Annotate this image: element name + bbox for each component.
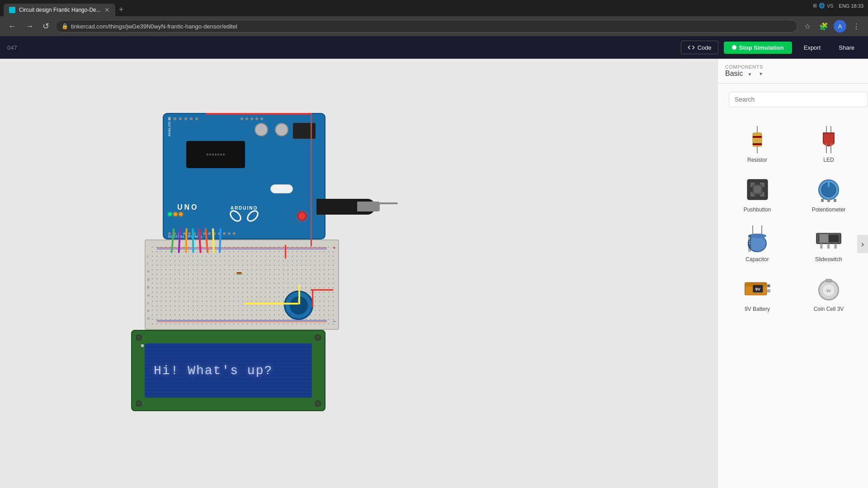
pin-a1 bbox=[190, 117, 193, 120]
component-slideswitch[interactable]: Slideswitch bbox=[793, 218, 864, 268]
svg-point-8 bbox=[823, 141, 834, 145]
led-tx bbox=[179, 212, 183, 216]
wire-yellow-horizontal bbox=[244, 303, 298, 305]
component-9v-battery[interactable]: 9V 9V Battery bbox=[722, 268, 793, 318]
resistor-icon bbox=[744, 126, 771, 153]
resistor-on-board bbox=[236, 272, 242, 275]
potentiometer-label: Potentiometer bbox=[812, 206, 846, 213]
component-resistor[interactable]: Resistor bbox=[722, 119, 793, 169]
svg-rect-2 bbox=[753, 136, 762, 138]
plus-label: + bbox=[333, 246, 335, 250]
svg-rect-49 bbox=[826, 279, 832, 282]
pin-a0 bbox=[195, 117, 198, 120]
lcd-mount-br bbox=[315, 400, 321, 407]
right-panel: Components Basic ▼ bbox=[717, 59, 868, 488]
coin-cell-icon: 3V bbox=[815, 275, 842, 302]
capacitor-label: Capacitor bbox=[745, 256, 769, 263]
led-on bbox=[168, 212, 172, 216]
svg-rect-35 bbox=[820, 244, 823, 249]
chip-pins-grid bbox=[205, 152, 226, 157]
svg-rect-37 bbox=[834, 244, 837, 249]
code-icon bbox=[688, 44, 695, 51]
wire-power-bb bbox=[285, 245, 286, 258]
taskbar-icon-chrome[interactable]: 🌐 bbox=[819, 3, 825, 9]
lcd-mount-tl bbox=[136, 334, 142, 341]
scroll-right-indicator[interactable]: › bbox=[857, 235, 868, 253]
share-button[interactable]: Share bbox=[832, 42, 861, 54]
sys-time: ENG 18:33 bbox=[839, 3, 863, 9]
toolbar-right: Code Stop Simulation Export Share bbox=[681, 41, 861, 54]
slideswitch-label: Slideswitch bbox=[815, 256, 842, 263]
svg-text:3V: 3V bbox=[826, 289, 831, 293]
refresh-button[interactable]: ↺ bbox=[40, 19, 52, 33]
wire-bb-red bbox=[312, 289, 313, 307]
svg-rect-43 bbox=[767, 289, 770, 292]
usb-metal-tip bbox=[357, 202, 380, 211]
pin-a4 bbox=[174, 117, 176, 120]
canvas-area[interactable]: ANALOG IN bbox=[0, 59, 717, 488]
svg-rect-44 bbox=[768, 285, 770, 287]
extension-icon[interactable]: 🧩 bbox=[817, 20, 830, 33]
status-leds bbox=[168, 212, 183, 216]
components-grid: Resistor bbox=[718, 115, 868, 321]
pin-reset bbox=[250, 117, 253, 120]
pin-11 bbox=[223, 232, 226, 235]
component-led[interactable]: LED bbox=[793, 119, 864, 169]
oscillator-1 bbox=[255, 123, 268, 136]
led-label: LED bbox=[823, 157, 834, 163]
wire-power-right-v bbox=[311, 113, 312, 246]
address-bar[interactable]: 🔒 tinkercad.com/things/jwGe39N0wyN-frant… bbox=[56, 20, 797, 33]
app-title: 047 bbox=[7, 44, 17, 51]
minus-label: − bbox=[333, 319, 335, 324]
component-pushbutton[interactable]: Pushbutton bbox=[722, 169, 793, 218]
code-label: Code bbox=[698, 44, 712, 51]
pushbutton-label: Pushbutton bbox=[744, 206, 771, 213]
dropdown-arrow-icon: ▼ bbox=[748, 72, 752, 77]
panel-header: Components Basic ▼ bbox=[718, 59, 868, 84]
stop-simulation-label: Stop Simulation bbox=[739, 44, 784, 51]
new-tab-button[interactable]: + bbox=[115, 3, 127, 16]
taskbar-icon-vs[interactable]: VS bbox=[827, 3, 834, 9]
export-button[interactable]: Export bbox=[797, 42, 827, 54]
battery-9v-icon: 9V bbox=[744, 275, 771, 302]
components-dropdown[interactable]: Basic ▼ bbox=[725, 70, 763, 78]
profile-icon[interactable]: A bbox=[834, 20, 846, 33]
bb-plus-rail-bottom bbox=[157, 321, 327, 322]
pushbutton-icon bbox=[744, 176, 771, 203]
svg-rect-23 bbox=[834, 199, 836, 202]
battery-9v-label: 9V Battery bbox=[745, 306, 770, 312]
usb-port-area bbox=[293, 123, 316, 139]
stop-simulation-button[interactable]: Stop Simulation bbox=[724, 42, 792, 54]
row-labels-2: edcba bbox=[147, 286, 149, 320]
browser-chrome: ⊞ 🌐 VS ENG 18:33 Circuit design Frantic … bbox=[0, 0, 868, 36]
share-label: Share bbox=[839, 44, 854, 51]
search-input[interactable] bbox=[729, 92, 868, 107]
tab-close-button[interactable]: ✕ bbox=[104, 6, 110, 14]
tab-favicon bbox=[9, 7, 15, 13]
active-tab[interactable]: Circuit design Frantic Hango-De... ✕ bbox=[4, 4, 115, 16]
tab-bar: ⊞ 🌐 VS ENG 18:33 Circuit design Frantic … bbox=[0, 0, 868, 16]
bb-plus-rail bbox=[157, 247, 327, 248]
tab-title: Circuit design Frantic Hango-De... bbox=[19, 7, 101, 13]
svg-rect-4 bbox=[753, 143, 762, 145]
breadboard: jihgf edcba + − bbox=[145, 239, 339, 330]
menu-icon[interactable]: ⋮ bbox=[850, 20, 863, 33]
taskbar-icon-1[interactable]: ⊞ bbox=[813, 3, 817, 9]
code-button[interactable]: Code bbox=[681, 41, 718, 54]
reset-button[interactable] bbox=[270, 184, 293, 193]
bookmark-icon[interactable]: ☆ bbox=[801, 20, 814, 33]
panel-section-info: Components Basic ▼ bbox=[725, 64, 763, 78]
wire-power-top bbox=[206, 113, 312, 114]
back-button[interactable]: ← bbox=[5, 20, 19, 33]
pin-a3 bbox=[179, 117, 182, 120]
stop-dot-icon bbox=[732, 45, 736, 50]
uno-label: UNO bbox=[177, 203, 199, 211]
forward-button[interactable]: → bbox=[23, 20, 36, 33]
component-potentiometer[interactable]: Potentiometer bbox=[793, 169, 864, 218]
export-label: Export bbox=[804, 44, 821, 51]
pin-vin bbox=[241, 117, 243, 120]
component-coin-cell[interactable]: 3V Coin Cell 3V bbox=[793, 268, 864, 318]
pin-12 bbox=[228, 232, 231, 235]
component-capacitor[interactable]: Capacitor bbox=[722, 218, 793, 268]
search-container bbox=[718, 84, 868, 115]
